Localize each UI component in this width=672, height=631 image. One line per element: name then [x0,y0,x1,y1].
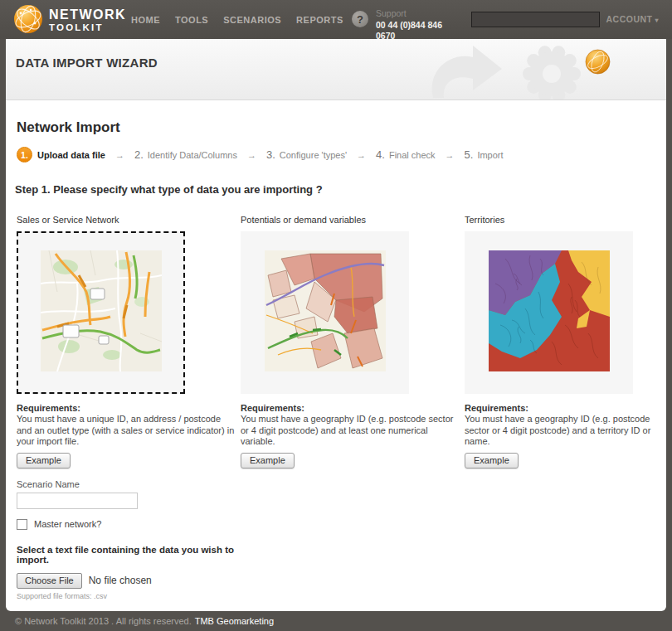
main-nav: HOME TOOLS SCENARIOS REPORTS [131,0,343,39]
tmb-geomarketing-link[interactable]: TMB Geomarketing [195,616,274,626]
logo-line2: TOOLKIT [49,23,126,33]
option-heading: Territories [465,215,661,225]
step-3-number: 3. [266,148,275,161]
scenario-name-input[interactable] [17,493,138,509]
topbar: NETWORK TOOLKIT HOME TOOLS SCENARIOS REP… [0,0,672,39]
scenario-name-label: Scenario Name [17,479,241,489]
nav-item-tools[interactable]: TOOLS [175,15,208,25]
account-label: ACCOUNT [606,14,652,24]
step-question: Step 1. Please specify what type of data… [15,183,661,196]
arrow-icon: → [115,150,124,160]
logo[interactable]: NETWORK TOOLKIT [12,3,126,38]
requirements-label: Requirements: [465,403,661,413]
option-panel-sales-network[interactable] [17,231,185,394]
copyright-text: © Network Toolkit 2013 . All rights rese… [15,616,192,626]
step-1-badge: 1. [17,147,32,163]
page-title: DATA IMPORT WIZARD [16,56,158,70]
chevron-down-icon: ▾ [655,17,659,24]
wizard-step-5: 5. Import [465,148,504,161]
arrow-icon: → [357,150,366,160]
logo-text: NETWORK TOOLKIT [49,8,126,33]
wizard-step-2: 2. Identify Data/Columns [134,148,237,161]
section-title: Network Import [17,119,661,136]
file-prompt: Select a text file containing the data y… [17,545,241,565]
no-file-chosen-text: No file chosen [89,575,152,586]
page-card: DATA IMPORT WIZARD [6,39,666,611]
step-5-label: Import [477,150,503,160]
option-heading: Potentials or demand variables [241,215,465,225]
account-menu[interactable]: ACCOUNT▾ [606,14,659,24]
gear-icon [519,41,585,100]
step-2-label: Identify Data/Columns [148,150,237,160]
globe-small-icon [585,49,611,78]
redo-arrow-icon [421,43,504,100]
wizard-step-3: 3. Configure 'types' [266,148,347,161]
nav-item-scenarios[interactable]: SCENARIOS [223,15,281,25]
wizard-steps: 1. Upload data file → 2. Identify Data/C… [17,147,661,163]
requirements-text: You must have a unique ID, an address / … [17,414,235,448]
option-potentials: Potentials or demand variables [241,215,465,611]
example-button-potentials[interactable]: Example [241,453,295,468]
step-2-number: 2. [134,148,144,161]
choropleth-map-image[interactable] [265,250,386,375]
choose-file-button[interactable]: Choose File [17,573,82,589]
wizard-header: DATA IMPORT WIZARD [6,39,666,100]
support-block: Support 00 44 (0)844 846 0670 [376,7,455,41]
option-territories: Territories [465,215,661,611]
step-1-label: Upload data file [37,150,105,160]
help-icon[interactable]: ? [352,11,368,27]
arrow-icon: → [247,150,256,160]
wizard-step-4: 4. Final check [376,148,435,161]
requirements-label: Requirements: [17,403,241,413]
territories-map-image[interactable] [489,250,610,375]
example-button-territories[interactable]: Example [465,453,519,468]
globe-logo-icon [12,3,44,38]
arrow-icon: → [446,150,455,160]
nav-item-reports[interactable]: REPORTS [296,15,343,25]
import-options: Sales or Service Network [11,215,661,611]
content: Network Import 1. Upload data file → 2. … [6,119,666,611]
requirements-text: You must have a geography ID (e.g. postc… [241,414,455,448]
support-label: Support [376,8,407,18]
logo-line1: NETWORK [49,8,126,22]
step-3-label: Configure 'types' [280,150,347,160]
search-input[interactable] [471,12,600,27]
road-map-image[interactable] [41,250,162,375]
master-network-label: Master network? [34,519,101,529]
option-heading: Sales or Service Network [17,215,241,225]
supported-formats-note: Supported file formats: .csv [17,592,241,600]
step-4-number: 4. [376,148,385,161]
import-form: Scenario Name Master network? Select a t… [17,479,241,612]
footer: © Network Toolkit 2013 . All rights rese… [0,611,672,631]
support-phone-line1: 00 44 (0)844 846 [376,20,442,30]
requirements-text: You must have a geography ID (e.g. postc… [465,414,661,448]
option-panel-territories[interactable] [465,231,633,394]
option-panel-potentials[interactable] [241,231,409,394]
step-4-label: Final check [389,150,436,160]
step-5-number: 5. [465,148,474,161]
master-network-checkbox[interactable] [17,519,27,530]
example-button-sales[interactable]: Example [17,453,71,468]
requirements-label: Requirements: [241,403,465,413]
wizard-step-1: 1. Upload data file [17,147,105,163]
option-sales-network: Sales or Service Network [17,215,241,611]
nav-item-home[interactable]: HOME [131,15,160,25]
